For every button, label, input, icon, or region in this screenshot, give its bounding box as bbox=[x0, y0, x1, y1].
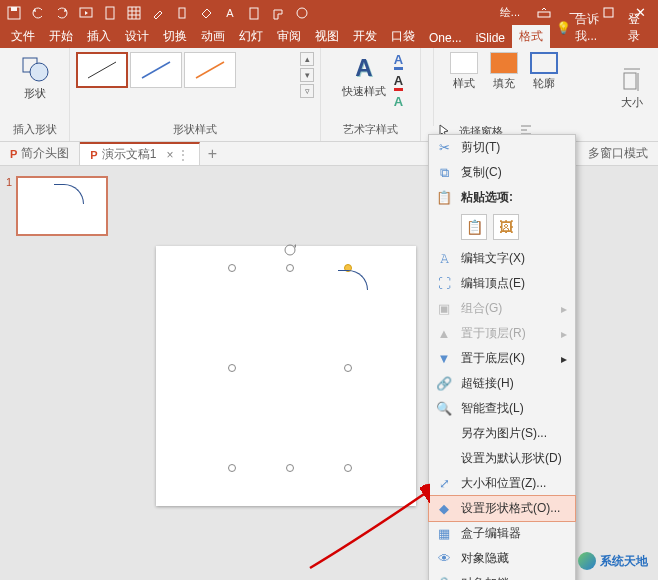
eyedropper-icon[interactable] bbox=[150, 5, 166, 21]
style-label: 样式 bbox=[453, 76, 475, 91]
ctx-edit-points[interactable]: ⛶编辑顶点(E) bbox=[429, 271, 575, 296]
ctx-smart-lookup-label: 智能查找(L) bbox=[461, 400, 524, 417]
resize-handle[interactable] bbox=[228, 364, 236, 372]
ctx-set-default[interactable]: 设置为默认形状(D) bbox=[429, 446, 575, 471]
animation-painter-icon[interactable] bbox=[174, 5, 190, 21]
tab-format[interactable]: 格式 bbox=[512, 25, 550, 48]
quick-access-toolbar: A bbox=[0, 5, 316, 21]
gallery-down-icon[interactable]: ▾ bbox=[300, 68, 314, 82]
login-button[interactable]: 登录 bbox=[620, 8, 658, 48]
format-painter-icon[interactable] bbox=[270, 5, 286, 21]
add-document-button[interactable]: + bbox=[200, 142, 224, 165]
ctx-format-shape[interactable]: ◆设置形状格式(O)... bbox=[429, 496, 575, 521]
doc-tab-2-label: 演示文稿1 bbox=[102, 146, 157, 163]
outline-label: 轮廓 bbox=[533, 76, 555, 91]
ctx-save-pic[interactable]: 另存为图片(S)... bbox=[429, 421, 575, 446]
group-icon: ▣ bbox=[435, 301, 453, 317]
start-slideshow-icon[interactable] bbox=[78, 5, 94, 21]
style-preset-3[interactable] bbox=[184, 52, 236, 88]
tab-home[interactable]: 开始 bbox=[42, 25, 80, 48]
tab-view[interactable]: 视图 bbox=[308, 25, 346, 48]
size-label: 大小 bbox=[621, 95, 643, 110]
doc-tab-1[interactable]: P简介头图 bbox=[0, 142, 80, 165]
text-fill-icon[interactable]: A bbox=[394, 52, 403, 70]
resize-handle[interactable] bbox=[286, 264, 294, 272]
rotate-handle-icon[interactable] bbox=[282, 242, 298, 258]
context-label: 绘... bbox=[494, 5, 526, 20]
text-effects-icon[interactable]: A bbox=[394, 94, 403, 109]
tab-design[interactable]: 设计 bbox=[118, 25, 156, 48]
tab-insert[interactable]: 插入 bbox=[80, 25, 118, 48]
tab-review[interactable]: 审阅 bbox=[270, 25, 308, 48]
undo-icon[interactable] bbox=[30, 5, 46, 21]
thumbnail-pane: 1 bbox=[0, 166, 126, 580]
text-outline-icon[interactable]: A bbox=[394, 73, 403, 91]
tab-animations[interactable]: 动画 bbox=[194, 25, 232, 48]
ctx-copy-label: 复制(C) bbox=[461, 164, 502, 181]
resize-handle[interactable] bbox=[228, 464, 236, 472]
redo-icon[interactable] bbox=[54, 5, 70, 21]
shape-style-gallery[interactable] bbox=[76, 52, 296, 88]
tell-me-box[interactable]: 💡告诉我... bbox=[550, 8, 620, 48]
tab-developer[interactable]: 开发 bbox=[346, 25, 384, 48]
shape-fill-button[interactable]: 填充 bbox=[484, 52, 524, 124]
ctx-hide[interactable]: 👁对象隐藏 bbox=[429, 546, 575, 571]
ctx-box-editor[interactable]: ▦盒子编辑器 bbox=[429, 521, 575, 546]
tab-file[interactable]: 文件 bbox=[4, 25, 42, 48]
selected-shape[interactable] bbox=[232, 268, 348, 468]
ctx-copy[interactable]: ⧉复制(C) bbox=[429, 160, 575, 185]
paste-use-dest-theme-icon[interactable]: 📋 bbox=[461, 214, 487, 240]
ctx-edit-text[interactable]: 𝙰编辑文字(X) bbox=[429, 246, 575, 271]
tab-close-icon[interactable]: × bbox=[166, 148, 173, 162]
blank-icon bbox=[435, 451, 453, 467]
ctx-cut[interactable]: ✂剪切(T) bbox=[429, 135, 575, 160]
resize-handle[interactable] bbox=[286, 464, 294, 472]
shapes-button[interactable]: 形状 bbox=[13, 52, 57, 103]
lock-icon: 🔒 bbox=[435, 576, 453, 581]
font-color-icon[interactable]: A bbox=[222, 5, 238, 21]
gallery-more-icon[interactable]: ▿ bbox=[300, 84, 314, 98]
save-icon[interactable] bbox=[6, 5, 22, 21]
watermark: 系统天地 bbox=[578, 552, 648, 570]
tab-pocket[interactable]: 口袋 bbox=[384, 25, 422, 48]
ctx-group-label: 组合(G) bbox=[461, 300, 502, 317]
paste-icon[interactable] bbox=[246, 5, 262, 21]
resize-handle[interactable] bbox=[344, 464, 352, 472]
resize-handle[interactable] bbox=[228, 264, 236, 272]
shape-outline-button[interactable]: 轮廓 bbox=[524, 52, 564, 124]
resize-handle[interactable] bbox=[344, 364, 352, 372]
context-menu: ✂剪切(T) ⧉复制(C) 📋粘贴选项: 📋 🖼 𝙰编辑文字(X) ⛶编辑顶点(… bbox=[428, 134, 576, 580]
slide bbox=[156, 246, 416, 506]
style-preset-1[interactable] bbox=[76, 52, 128, 88]
quick-style-button[interactable]: A 快速样式 bbox=[338, 52, 390, 109]
group-label-insert-shape: 插入形状 bbox=[13, 120, 57, 139]
box-editor-icon: ▦ bbox=[435, 526, 453, 542]
fill-bucket-icon[interactable] bbox=[198, 5, 214, 21]
slide-thumbnail-1[interactable]: 1 bbox=[6, 176, 120, 236]
new-icon[interactable] bbox=[102, 5, 118, 21]
tab-slideshow[interactable]: 幻灯 bbox=[232, 25, 270, 48]
svg-line-12 bbox=[88, 62, 116, 78]
table-icon[interactable] bbox=[126, 5, 142, 21]
tab-onekey[interactable]: One... bbox=[422, 28, 469, 48]
globe-icon bbox=[578, 552, 596, 570]
paste-as-picture-icon[interactable]: 🖼 bbox=[493, 214, 519, 240]
ctx-smart-lookup[interactable]: 🔍智能查找(L) bbox=[429, 396, 575, 421]
search-icon: 🔍 bbox=[435, 401, 453, 417]
tab-transitions[interactable]: 切换 bbox=[156, 25, 194, 48]
doc-tab-2[interactable]: P演示文稿1×⋮ bbox=[80, 142, 200, 165]
size-button[interactable]: 大小 bbox=[612, 52, 652, 124]
edit-points-icon: ⛶ bbox=[435, 276, 453, 292]
ctx-send-back[interactable]: ▼置于底层(K)▸ bbox=[429, 346, 575, 371]
shape-style-button[interactable]: 样式 bbox=[444, 52, 484, 124]
style-preset-2[interactable] bbox=[130, 52, 182, 88]
multi-window-button[interactable]: 多窗口模式 bbox=[578, 142, 658, 165]
tab-islide[interactable]: iSlide bbox=[469, 28, 512, 48]
send-back-icon: ▼ bbox=[435, 351, 453, 367]
watermark-text: 系统天地 bbox=[600, 553, 648, 570]
ctx-hyperlink[interactable]: 🔗超链接(H) bbox=[429, 371, 575, 396]
ctx-size-pos[interactable]: ⤢大小和位置(Z)... bbox=[429, 471, 575, 496]
text-rotation-icon[interactable] bbox=[294, 5, 310, 21]
gallery-up-icon[interactable]: ▴ bbox=[300, 52, 314, 66]
ctx-lock[interactable]: 🔒对象加锁 bbox=[429, 571, 575, 580]
